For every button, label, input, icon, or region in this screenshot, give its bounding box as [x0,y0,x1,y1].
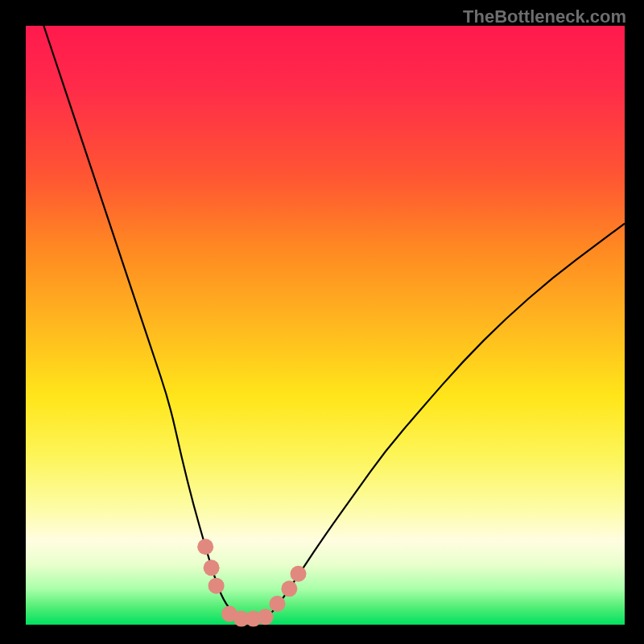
curve-marker [208,578,225,594]
bottleneck-curve [43,26,625,620]
curve-marker [258,609,274,625]
plot-area [26,26,625,625]
watermark-label: TheBottleneck.com [463,6,626,27]
bottleneck-curve-svg [26,26,625,625]
curve-marker [204,559,220,576]
curve-marker [269,596,285,612]
curve-marker [281,580,297,597]
curve-marker [291,566,307,582]
curve-marker [197,539,213,555]
curve-marker-group [197,539,306,626]
chart-container: TheBottleneck.com [0,0,644,644]
